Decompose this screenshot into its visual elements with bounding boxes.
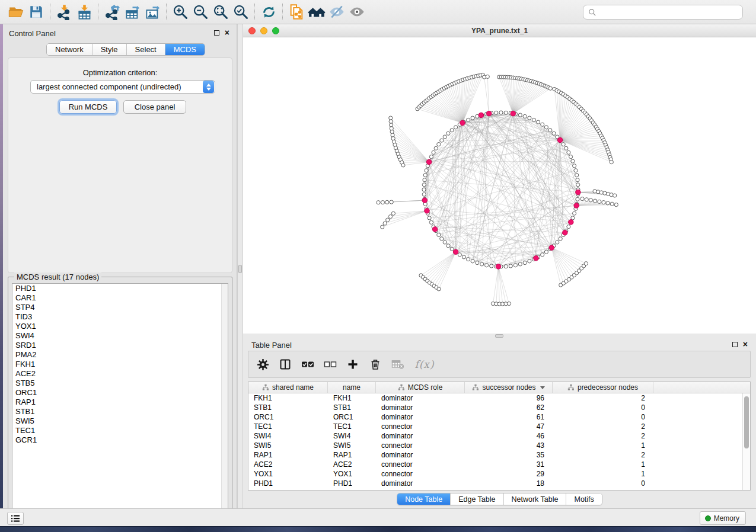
tab-network-table[interactable]: Network Table — [504, 493, 567, 505]
mcds-result-item[interactable]: SWI5 — [12, 416, 228, 426]
tab-style[interactable]: Style — [92, 44, 127, 55]
open-file-button[interactable] — [6, 3, 26, 21]
table-row[interactable]: SWI5SWI5connector431 — [248, 441, 742, 450]
select-all-button[interactable] — [301, 357, 315, 371]
tab-network[interactable]: Network — [47, 44, 92, 55]
zoom-selected-button[interactable] — [231, 3, 251, 21]
task-history-button[interactable] — [7, 512, 24, 525]
delete-column-button[interactable] — [368, 357, 382, 371]
mcds-result-item[interactable]: SWI4 — [12, 331, 228, 341]
network-canvas[interactable] — [243, 37, 756, 334]
mcds-result-item[interactable]: YOX1 — [12, 322, 228, 331]
zoom-out-button[interactable] — [190, 3, 210, 21]
close-panel-icon[interactable]: × — [225, 30, 229, 36]
save-session-button[interactable] — [26, 3, 46, 21]
table-row[interactable]: STB1STB1dominator620 — [248, 403, 742, 412]
table-scrollbar[interactable] — [742, 393, 750, 490]
mcds-result-item[interactable]: CAR1 — [12, 293, 228, 303]
mcds-result-item[interactable]: STP4 — [12, 303, 228, 312]
tab-mcds[interactable]: MCDS — [165, 44, 205, 55]
network-window-titlebar[interactable]: YPA_prune.txt_1 — [243, 24, 756, 37]
memory-button[interactable]: Memory — [700, 511, 746, 525]
cell-MCDS-role: dominator — [376, 403, 465, 412]
optimization-criterion-select[interactable]: largest connected component (undirected) — [30, 80, 215, 94]
mcds-result-item[interactable]: STB5 — [12, 379, 228, 388]
mcds-list-scrollbar[interactable] — [221, 284, 228, 516]
import-network-button[interactable] — [54, 3, 74, 21]
mcds-result-item[interactable]: STB1 — [12, 407, 228, 416]
table-tabs: Node TableEdge TableNetwork TableMotifs — [397, 493, 602, 505]
mcds-result-item[interactable]: RAP1 — [12, 398, 228, 407]
mcds-result-item[interactable]: ORC1 — [12, 388, 228, 398]
table-row[interactable]: YOX1YOX1connector291 — [248, 469, 742, 479]
cell-MCDS-role: dominator — [376, 451, 465, 459]
tab-select[interactable]: Select — [127, 44, 165, 55]
table-row[interactable]: FKH1FKH1dominator962 — [248, 393, 742, 403]
cell-predecessor-nodes: 1 — [553, 441, 653, 450]
table-settings-button[interactable] — [256, 357, 270, 371]
mcds-result-item[interactable]: SRD1 — [12, 341, 228, 350]
vertical-splitter-handle[interactable] — [238, 265, 242, 273]
mcds-result-item[interactable]: TID3 — [12, 312, 228, 322]
float-table-panel-icon[interactable] — [732, 342, 738, 347]
close-panel-button[interactable]: Close panel — [123, 100, 186, 114]
duplicate-network-icon — [288, 4, 305, 20]
table-row[interactable]: ORC1ORC1dominator610 — [248, 412, 742, 422]
export-network-button[interactable] — [102, 3, 122, 21]
column-chooser-button[interactable] — [278, 357, 292, 371]
column-header-successor-nodes[interactable]: successor nodes — [465, 382, 553, 393]
column-header-shared-name[interactable]: shared name — [248, 382, 328, 393]
mcds-result-item[interactable]: ACE2 — [12, 369, 228, 379]
export-image-icon — [145, 4, 161, 20]
mcds-result-item[interactable]: FKH1 — [12, 360, 228, 369]
vertical-splitter[interactable] — [237, 24, 243, 508]
duplicate-network-button[interactable] — [286, 3, 307, 21]
zoom-fit-button[interactable] — [210, 3, 231, 21]
export-image-button[interactable] — [142, 3, 162, 21]
show-all-button[interactable] — [347, 3, 367, 21]
column-header-MCDS-role[interactable]: MCDS role — [376, 382, 465, 393]
cell-shared-name: YOX1 — [248, 470, 328, 478]
delete-table-button-disabled — [391, 357, 405, 371]
cell-predecessor-nodes: 0 — [553, 413, 653, 421]
import-table-button[interactable] — [74, 3, 94, 21]
horizontal-splitter[interactable] — [243, 334, 756, 338]
add-column-button[interactable] — [346, 357, 360, 371]
deselect-all-button[interactable] — [323, 357, 337, 371]
cell-predecessor-nodes: 2 — [553, 432, 653, 440]
cell-MCDS-role: connector — [376, 470, 465, 478]
search-input[interactable] — [596, 6, 742, 18]
mcds-result-item[interactable]: GCR1 — [12, 435, 228, 445]
cell-shared-name: ORC1 — [248, 413, 328, 421]
table-row[interactable]: TEC1TEC1connector472 — [248, 422, 742, 431]
cell-successor-nodes: 62 — [465, 403, 553, 412]
table-row[interactable]: RAP1RAP1dominator352 — [248, 450, 742, 460]
search-field[interactable] — [583, 5, 743, 20]
table-row[interactable]: ACE2ACE2connector311 — [248, 460, 742, 469]
column-header-predecessor-nodes[interactable]: predecessor nodes — [553, 382, 653, 393]
zoom-in-button[interactable] — [170, 3, 190, 21]
tab-motifs[interactable]: Motifs — [566, 493, 601, 505]
export-table-button[interactable] — [122, 3, 142, 21]
mcds-result-item[interactable]: PHD1 — [12, 284, 228, 293]
tab-edge-table[interactable]: Edge Table — [451, 493, 503, 505]
table-body: FKH1FKH1dominator962STB1STB1dominator620… — [248, 393, 742, 490]
column-header-name[interactable]: name — [328, 382, 376, 393]
refresh-button[interactable] — [259, 3, 279, 21]
horizontal-splitter-handle[interactable] — [495, 334, 503, 338]
mcds-result-item[interactable]: PMA2 — [12, 350, 228, 360]
dropdown-stepper-icon — [203, 81, 214, 93]
toolbar-separator — [50, 4, 50, 20]
float-panel-icon[interactable] — [214, 30, 219, 36]
table-scrollbar-thumb[interactable] — [744, 396, 749, 448]
table-row[interactable]: SWI4SWI4dominator462 — [248, 431, 742, 441]
table-row[interactable]: PHD1PHD1dominator180 — [248, 479, 742, 488]
hide-selected-button[interactable] — [327, 3, 347, 21]
search-icon — [588, 8, 596, 17]
close-table-panel-icon[interactable]: × — [743, 341, 748, 347]
run-mcds-button[interactable]: Run MCDS — [59, 100, 117, 114]
mcds-result-item[interactable]: TEC1 — [12, 426, 228, 435]
mcds-result-list[interactable]: PHD1CAR1STP4TID3YOX1SWI4SRD1PMA2FKH1ACE2… — [12, 283, 228, 517]
first-neighbors-button[interactable] — [307, 3, 327, 21]
tab-node-table[interactable]: Node Table — [397, 493, 451, 505]
